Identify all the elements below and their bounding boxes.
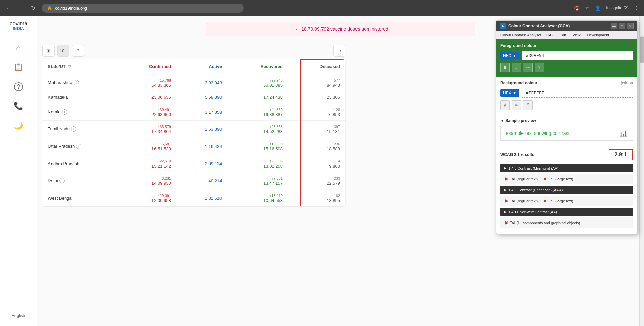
cca-maximize-button[interactable]: □ — [619, 23, 625, 29]
sidebar-item-clipboard[interactable]: 📋 — [8, 59, 29, 76]
cca-fg-format-dropdown[interactable]: HEX ▼ — [500, 52, 519, 59]
profile-icon[interactable]: 👤 — [594, 4, 602, 12]
cell-confirmed: 23,06,655 — [116, 91, 176, 103]
cca-bg-color-input[interactable]: #FFFFFF — [522, 88, 633, 98]
logo-area: COVID19 INDIA — [10, 22, 27, 31]
confirmed-delta: ↑19,091 — [158, 194, 171, 198]
info-icon[interactable]: i — [71, 126, 76, 132]
scrollbar-thumb[interactable] — [640, 36, 644, 63]
confirmed-delta: ↑22,610 — [158, 159, 171, 163]
deceased-delta: ↑397 — [332, 125, 340, 129]
address-bar[interactable]: 🔒 covid19india.org — [42, 4, 244, 13]
cca-results-header: WCAG 2.1 results 2.9:1 — [500, 149, 633, 160]
cell-state: Andhra Pradesh — [42, 155, 116, 172]
recovered-main: 19,38,887 — [263, 112, 283, 117]
cell-state: West Bengal — [42, 189, 116, 207]
cell-active: 1,16,434 — [176, 138, 227, 155]
info-icon[interactable]: i — [74, 80, 79, 85]
cca-title: Colour Contrast Analyser (CCA) — [508, 24, 608, 28]
phone-icon: 📞 — [14, 102, 23, 111]
recovered-delta: ↑44,369 — [270, 108, 283, 112]
cca-menu-view[interactable]: View — [571, 32, 582, 38]
cca-bg-tools: # ✏ ? — [500, 100, 633, 110]
cca-foreground-section: Foreground colour HEX ▼ #39AE54 ⇅ # ✏ ? — [496, 39, 637, 77]
cca-sample-label: ▼ Sample preview — [500, 118, 633, 123]
deceased-main: 19,131 — [327, 129, 340, 134]
cca-bg-grid-button[interactable]: # — [500, 100, 510, 110]
cca-wcag-143[interactable]: ▶ 1.4.3 Contrast (Minimum) (AA) — [500, 164, 633, 172]
cca-bg-format-dropdown[interactable]: HEX ▼ — [500, 89, 519, 97]
sidebar-item-darkmode[interactable]: 🌙 — [8, 117, 29, 134]
cell-recovered: 17,24,438 — [227, 91, 288, 103]
deceased-delta: ↑577 — [332, 78, 340, 82]
info-icon[interactable]: i — [59, 178, 65, 183]
wcag-1411-arrow: ▶ — [504, 210, 506, 214]
cca-wcag-146[interactable]: ▶ 1.4.6 Contrast (Enhanced) (AAA) — [500, 186, 633, 194]
menu-icon[interactable]: ⋮ — [633, 4, 640, 12]
cca-menu-dev[interactable]: Development — [586, 32, 611, 38]
cca-fg-eyedropper-button[interactable]: ✏ — [523, 63, 533, 72]
home-icon: ⌂ — [16, 43, 21, 52]
cca-fg-color-input[interactable]: #39AE54 — [522, 51, 633, 60]
header-confirmed[interactable]: Confirmed — [116, 59, 176, 74]
incognito-label: Incognito (2) — [605, 4, 630, 12]
scrollbar[interactable] — [639, 16, 644, 326]
browser-actions: 📵 ☆ 👤 Incognito (2) ⋮ — [573, 4, 640, 12]
active-value: 40,214 — [209, 178, 222, 183]
cca-bg-eyedropper-button[interactable]: ✏ — [512, 100, 521, 110]
dropdown-arrow: ▼ — [513, 53, 517, 58]
deceased-delta: ↑128 — [332, 108, 340, 112]
sidebar-item-phone[interactable]: 📞 — [8, 98, 29, 115]
count-scale-button[interactable]: 10L — [57, 45, 69, 57]
cca-fg-label: Foreground colour — [500, 43, 633, 48]
cca-close-button[interactable]: ✕ — [627, 23, 634, 29]
cca-146-fail-regular: ✖ Fail (regular text) — [504, 198, 538, 204]
sidebar-item-help[interactable]: ? — [8, 78, 29, 95]
header-active[interactable]: Active — [176, 59, 227, 74]
cell-recovered: ↑44,36919,38,887 — [227, 103, 288, 121]
cell-recovered: ↑7,83113,47,157 — [227, 172, 288, 189]
filter-icon[interactable]: ▽ — [68, 64, 71, 69]
cca-menu-app[interactable]: Colour Contrast Analyser (CCA) — [499, 32, 554, 38]
cca-sample-section: ▼ Sample preview example text showing co… — [496, 114, 637, 145]
star-icon[interactable]: ☆ — [584, 4, 591, 12]
cca-bg-info-button[interactable]: ? — [523, 100, 533, 110]
cell-confirmed: ↑35,57917,34,804 — [116, 121, 176, 138]
forward-button[interactable]: → — [16, 3, 26, 13]
cca-wcag-1411[interactable]: ▶ 1.4.11 Non-text Contrast (AA) — [500, 208, 633, 216]
info-icon[interactable]: i — [76, 144, 81, 149]
reload-button[interactable]: ↻ — [28, 3, 38, 13]
active-value: 5,58,890 — [205, 95, 222, 100]
cca-fg-grid-button[interactable]: # — [512, 63, 521, 72]
recovered-delta: ↑22,948 — [270, 78, 283, 82]
back-button[interactable]: ← — [4, 3, 13, 13]
view-toggle-button[interactable]: ⊞ — [42, 45, 55, 57]
confirmed-delta: ↑30,491 — [158, 108, 171, 112]
cca-fg-info-button[interactable]: ? — [535, 63, 544, 72]
active-value: 1,16,434 — [205, 144, 222, 149]
cell-state: Karnataka — [42, 91, 116, 103]
cell-active: 2,09,134 — [176, 155, 227, 172]
deceased-main: 6,853 — [329, 112, 340, 117]
sidebar-item-home[interactable]: ⌂ — [8, 39, 29, 56]
export-button[interactable]: ↦ — [333, 45, 345, 57]
table-row: Tamil Nadui↑35,57917,34,8042,63,390↑25,3… — [42, 121, 345, 138]
cca-minimize-button[interactable]: — — [611, 23, 617, 29]
active-value: 2,09,134 — [205, 161, 222, 166]
table-toolbar: ⊞ 10L ? ↦ — [42, 45, 345, 57]
cca-menu-edit[interactable]: Edit — [558, 32, 567, 38]
bg-dropdown-arrow: ▼ — [513, 91, 517, 95]
info-icon[interactable]: i — [62, 109, 67, 115]
state-name: Tamil Nadu — [48, 126, 70, 131]
cell-deceased: ↑23618,588 — [288, 138, 345, 155]
cell-confirmed: ↑6,68116,51,530 — [116, 138, 176, 155]
data-table: State/UT ▽ Confirmed Active Recovered — [42, 59, 345, 206]
help-button[interactable]: ? — [72, 45, 84, 57]
header-recovered[interactable]: Recovered — [227, 59, 288, 74]
cca-fg-swap-button[interactable]: ⇅ — [500, 63, 510, 72]
header-deceased[interactable]: Deceased — [288, 59, 345, 74]
sidebar-lang[interactable]: English — [9, 310, 28, 321]
table-row: Andhra Pradesh↑22,61015,21,1422,09,134↑2… — [42, 155, 345, 172]
cell-active: 3,93,943 — [176, 74, 227, 91]
deceased-delta: ↑162 — [332, 194, 340, 198]
